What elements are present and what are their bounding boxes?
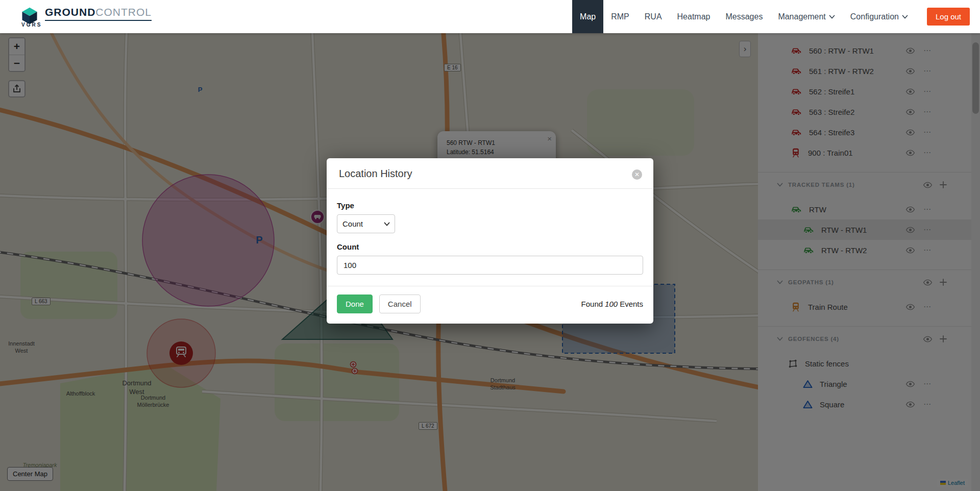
modal-body: Type Count Count <box>327 189 653 286</box>
modal-footer: Done Cancel Found 100 Events <box>327 286 653 324</box>
logout-button[interactable]: Log out <box>927 8 970 26</box>
done-button[interactable]: Done <box>337 294 373 313</box>
chevron-down-icon <box>829 15 835 19</box>
nav-item-messages[interactable]: Messages <box>718 0 770 33</box>
found-count: 100 <box>605 300 618 308</box>
count-input[interactable] <box>337 256 643 275</box>
modal-header: Location History ✕ <box>327 158 653 189</box>
top-navbar: GROUNDCONTROL VGRS Map RMP RUA Heatmap M… <box>0 0 980 33</box>
type-label: Type <box>337 201 643 210</box>
chevron-down-icon <box>902 15 908 19</box>
found-prefix: Found <box>581 300 603 308</box>
nav-item-rua[interactable]: RUA <box>637 0 670 33</box>
type-select[interactable]: Count <box>337 214 395 233</box>
nav-item-map[interactable]: Map <box>572 0 603 33</box>
nav-menu: Map RMP RUA Heatmap Messages Management … <box>572 0 980 33</box>
nav-item-configuration[interactable]: Configuration <box>843 0 916 33</box>
brand-logo[interactable]: GROUNDCONTROL VGRS <box>19 6 152 28</box>
close-icon[interactable]: ✕ <box>632 169 642 180</box>
brand-control: CONTROL <box>95 6 152 18</box>
modal-title: Location History <box>339 168 641 180</box>
location-history-modal: Location History ✕ Type Count Count Done… <box>327 158 653 324</box>
nav-item-heatmap[interactable]: Heatmap <box>670 0 718 33</box>
brand-ground: GROUND <box>45 6 95 18</box>
brand-sub: VGRS <box>21 22 152 28</box>
nav-item-management[interactable]: Management <box>770 0 842 33</box>
found-events-text: Found 100 Events <box>581 300 643 308</box>
nav-item-rmp[interactable]: RMP <box>603 0 637 33</box>
count-label: Count <box>337 242 643 251</box>
cancel-button[interactable]: Cancel <box>379 294 421 313</box>
found-suffix: Events <box>620 300 643 308</box>
